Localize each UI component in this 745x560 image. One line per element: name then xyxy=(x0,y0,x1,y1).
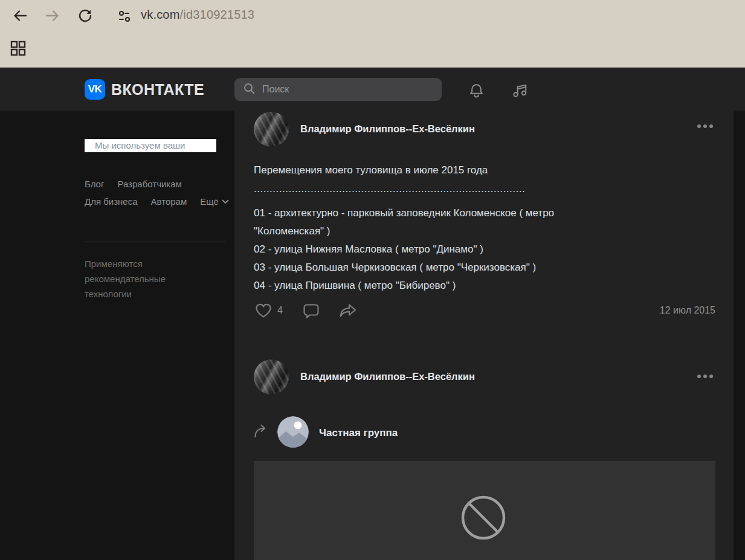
sidebar-link-authors[interactable]: Авторам xyxy=(151,193,187,210)
search-icon xyxy=(243,83,255,97)
more-label: Ещё xyxy=(200,193,219,210)
post1-list-line: 03 - улица Большая Черкизовская ( метро … xyxy=(254,259,677,277)
notifications-bell-icon[interactable] xyxy=(468,82,485,99)
url-host: vk.com xyxy=(141,8,180,21)
recommendation-notice: Применяются рекомендательные технологии xyxy=(85,256,196,301)
post1-menu-icon[interactable] xyxy=(697,124,713,128)
apps-grid-icon[interactable] xyxy=(10,40,26,56)
like-icon[interactable] xyxy=(254,302,273,319)
comment-icon[interactable] xyxy=(302,303,320,320)
post1-list: 01 - архитектурно - парковый заповедник … xyxy=(254,204,677,295)
blocked-media-placeholder xyxy=(254,461,715,560)
post2-author-avatar[interactable] xyxy=(254,359,289,394)
music-icon[interactable] xyxy=(511,82,528,98)
browser-chrome: vk.com/id310921513 xyxy=(0,0,745,68)
post1-list-line: 02 - улица Нижняя Масловка ( метро "Дина… xyxy=(254,240,677,259)
search-box[interactable] xyxy=(234,78,442,101)
post2-author-name[interactable]: Владимир Филиппов--Ex-Весёлкин xyxy=(300,371,475,382)
post1-list-line: "Коломенская" ) xyxy=(254,222,677,240)
sidebar-link-blog[interactable]: Блог xyxy=(85,175,104,193)
reload-icon[interactable] xyxy=(77,8,93,24)
feed-card: Владимир Филиппов--Ex-Весёлкин Перемещен… xyxy=(234,111,734,560)
sidebar-link-business[interactable]: Для бизнеса xyxy=(85,193,138,210)
sidebar-link-developers[interactable]: Разработчикам xyxy=(117,175,181,193)
repost-arrow-icon xyxy=(253,423,268,439)
cookie-consent-highlight: Мы используем ваши xyxy=(85,139,216,152)
post1-date[interactable]: 12 июл 2015 xyxy=(660,305,715,316)
screen: vk.com/id310921513 VK ВКОНТАКТЕ xyxy=(0,0,745,560)
chevron-down-icon xyxy=(222,199,229,204)
search-input[interactable] xyxy=(261,83,421,95)
sidebar-link-more[interactable]: Ещё xyxy=(200,193,229,210)
post1-intro: Перемещения моего туловища в июле 2015 г… xyxy=(254,161,677,179)
vk-brand[interactable]: ВКОНТАКТЕ xyxy=(111,81,204,98)
share-icon[interactable] xyxy=(338,302,356,319)
post1-dots-line: ........................................… xyxy=(254,179,677,198)
sidebar-divider xyxy=(85,242,226,242)
post2-menu-icon[interactable] xyxy=(697,375,713,378)
url-bar[interactable]: vk.com/id310921513 xyxy=(141,8,254,22)
vk-logo[interactable]: VK xyxy=(85,79,105,100)
repost-source-name[interactable]: Частная группа xyxy=(319,427,398,439)
blocked-icon xyxy=(460,495,506,541)
post1-author-name[interactable]: Владимир Филиппов--Ex-Весёлкин xyxy=(300,123,475,135)
like-count: 4 xyxy=(277,305,283,316)
post1-text: Перемещения моего туловища в июле 2015 г… xyxy=(254,161,677,295)
forward-icon[interactable] xyxy=(45,8,60,24)
post1-list-line: 04 - улица Пришвина ( метро "Бибирево" ) xyxy=(254,277,677,295)
post1-list-line: 01 - архитектурно - парковый заповедник … xyxy=(254,204,677,222)
url-path: /id310921513 xyxy=(180,8,255,21)
vk-header: VK ВКОНТАКТЕ xyxy=(0,68,745,111)
site-settings-icon[interactable] xyxy=(117,9,133,25)
back-icon[interactable] xyxy=(12,8,28,24)
sidebar-links: Блог Разработчикам Для бизнеса Авторам Е… xyxy=(85,175,233,210)
private-group-avatar[interactable] xyxy=(277,416,309,448)
post1-author-avatar[interactable] xyxy=(254,112,289,147)
